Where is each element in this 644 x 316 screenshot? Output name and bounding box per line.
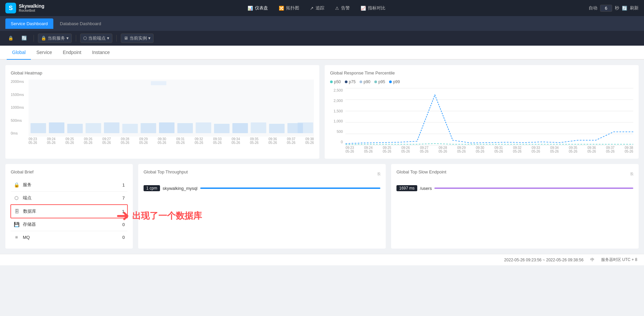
svg-rect-9 [177,123,193,133]
slow-copy-icon[interactable]: ⎘ [631,171,633,176]
service-label: 服务 [23,182,119,188]
dashboard-tabs: Service Dashboard Database Dashboard [0,16,644,31]
chevron-down-icon-2: ▾ [107,36,109,41]
tab-global[interactable]: Global [7,46,31,60]
px-label-13: 09:3505-26 [569,146,578,153]
chevron-down-icon-3: ▾ [148,36,151,41]
tab-database-dashboard[interactable]: Database Dashboard [55,18,107,29]
logo-text: Skywalking Rocketbot [19,4,44,12]
p99-dot [389,81,392,83]
current-instance-label: 当前实例 [129,35,147,41]
slow-panel: Global Top Slow Endpoint ⎘ 1697 ms /user… [391,164,639,249]
logo-icon: S [5,3,16,13]
logo-name: Skywalking [19,4,44,9]
percentile-title: Global Response Time Percentile [330,70,633,75]
throughput-copy-icon[interactable]: ⎘ [378,171,380,176]
px-label-10: 09:3205-26 [513,146,522,153]
slow-item-1: 1697 ms /users [396,182,633,194]
top-navbar: S Skywalking Rocketbot 📊 仪表盘 🔀 拓扑图 ↗ 追踪 … [0,0,644,16]
brief-item-service: 🔒 服务 1 [11,178,127,192]
throughput-item-1: 1 cpm skywalking_mysql [144,182,380,194]
nav-trace[interactable]: ↗ 追踪 [306,3,328,13]
mq-icon: ≡ [13,234,19,240]
brief-title: Global Brief [11,169,127,174]
px-label-7: 09:2905-26 [457,146,466,153]
current-service-select[interactable]: 🔒 当前服务 ▾ [38,34,72,43]
refresh-button[interactable]: 🔄 [19,34,30,42]
nav-topology[interactable]: 🔀 拓扑图 [275,3,303,13]
logo-subname: Rocketbot [19,9,44,12]
nav-dashboard-label: 仪表盘 [255,5,268,11]
slow-title: Global Top Slow Endpoint [396,169,446,174]
heatmap-panel: Global Heatmap 2000ms 1500ms 1000ms 500m… [5,65,319,159]
x-label-15: 09:3705-26 [287,137,296,145]
heatmap-title: Global Heatmap [11,70,314,75]
nav-alarm[interactable]: ⚠ 告警 [331,3,354,13]
y-label-0: 0ms [11,131,26,135]
x-label-14: 09:3605-26 [268,137,277,145]
top-panel-row: Global Heatmap 2000ms 1500ms 1000ms 500m… [5,65,639,159]
percentile-panel: Global Response Time Percentile p50 p75 … [325,65,639,159]
current-endpoint-label: 当前端点 [88,35,106,41]
toolbar-separator-1 [34,35,34,42]
nav-topology-label: 拓扑图 [286,5,299,11]
brief-item-mq: ≡ MQ 0 [11,231,127,243]
footer: 2022-05-26 09:23:56 ~ 2022-05-26 09:38:5… [0,254,644,265]
svg-rect-13 [251,122,266,133]
content-tabs: Global Service Endpoint Instance [0,46,644,60]
y-0: 0 [330,140,343,144]
brief-item-storage: 💾 存储器 0 [11,218,127,231]
svg-rect-1 [31,123,46,133]
toolbar-separator-2 [76,35,76,42]
nav-trace-label: 追踪 [316,5,324,11]
tab-service-dashboard[interactable]: Service Dashboard [5,18,53,29]
nav-comparison[interactable]: 📈 指标对比 [357,3,389,13]
tab-service[interactable]: Service [31,46,57,60]
storage-count: 0 [122,222,125,227]
px-label-5: 09:2705-26 [420,146,429,153]
refresh-interval-input[interactable] [600,5,612,12]
svg-rect-12 [232,123,248,133]
tab-endpoint[interactable]: Endpoint [57,46,87,60]
service-count: 1 [122,182,125,188]
mq-label: MQ [23,235,119,240]
x-label-7: 09:2905-26 [139,137,148,145]
y-1000: 1,000 [330,119,343,123]
footer-timezone: 服务器时区 UTC + 8 [601,257,637,263]
throughput-bar-1 [200,188,380,189]
throughput-title: Global Top Throughput [144,169,188,174]
svg-rect-8 [159,122,174,133]
px-label-12: 09:3405-26 [550,146,559,153]
database-icon: 🗄 [14,209,20,214]
x-label-11: 09:3305-26 [213,137,222,145]
current-endpoint-select[interactable]: ⬡ 当前端点 ▾ [80,34,112,43]
px-label-2: 09:2405-26 [364,146,373,153]
y-2500: 2,500 [330,88,343,92]
y-1500: 1,500 [330,109,343,113]
nav-dashboard[interactable]: 📊 仪表盘 [244,3,272,13]
endpoint-brief-count: 7 [122,196,125,201]
x-label-5: 09:2705-26 [102,137,111,145]
main-content: Global Heatmap 2000ms 1500ms 1000ms 500m… [0,60,644,254]
storage-icon: 💾 [13,222,19,227]
current-instance-select[interactable]: 🖥 当前实例 ▾ [121,34,154,43]
brief-item-endpoint: ⬡ 端点 7 [11,192,127,205]
bottom-panel-row: Global Brief 🔒 服务 1 ⬡ 端点 7 🗄 数据库 1 💾 [5,164,639,249]
legend-p99: p99 [389,80,400,84]
topology-icon: 🔀 [279,6,284,11]
dashboard-icon: 📊 [248,6,253,11]
refresh-icon[interactable]: 🔄 [622,6,627,11]
refresh-label: 刷新 [630,5,639,11]
toolbar: 🔒 🔄 🔒 当前服务 ▾ ⬡ 当前端点 ▾ 🖥 当前实例 ▾ [0,31,644,46]
lock-button[interactable]: 🔒 [5,34,16,42]
px-label-15: 09:3705-26 [606,146,615,153]
p95-label: p95 [378,80,385,84]
legend-p95: p95 [374,80,385,84]
throughput-bar-container-1 [200,188,380,189]
database-label: 数据库 [23,208,119,214]
px-label-11: 09:3305-26 [532,146,540,153]
alarm-icon: ⚠ [335,6,339,11]
x-label-3: 09:2505-26 [65,137,74,145]
tab-instance[interactable]: Instance [87,46,115,60]
legend-p75: p75 [345,80,356,84]
